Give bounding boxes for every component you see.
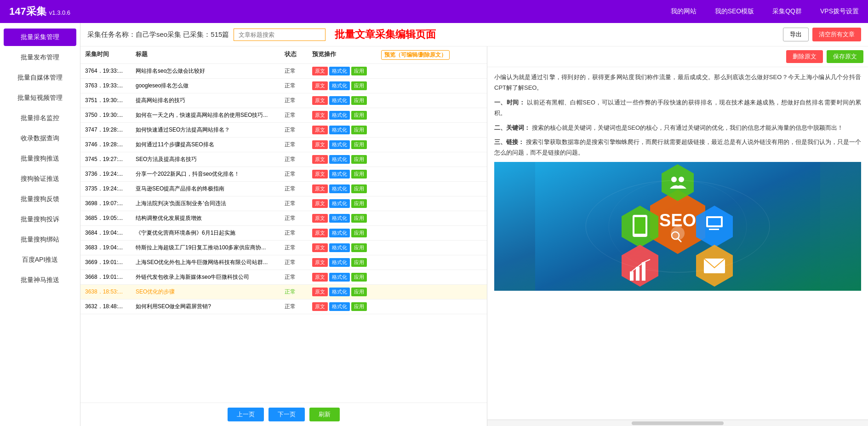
ying-button[interactable]: 应用 — [351, 288, 367, 296]
row-status: 正常 — [285, 244, 312, 252]
nav-vps-setting[interactable]: VPS拨号设置 — [820, 7, 859, 16]
ge-button[interactable]: 格式化 — [329, 302, 350, 311]
ge-button[interactable]: 格式化 — [329, 96, 350, 105]
ying-button[interactable]: 应用 — [351, 81, 367, 90]
row-status: 正常 — [285, 82, 312, 90]
ge-button[interactable]: 格式化 — [329, 111, 350, 120]
ying-button[interactable]: 应用 — [351, 96, 367, 105]
ying-button[interactable]: 应用 — [351, 229, 367, 237]
sidebar-item-publish-manage[interactable]: 批量发布管理 — [4, 49, 76, 66]
yuan-button[interactable]: 原文 — [312, 184, 328, 193]
right-panel-text-content: 小编认为就是通过引擎，得到好的，获得更多网站度我们称作流量，最后成成交。那么到底… — [487, 67, 868, 420]
prev-page-button[interactable]: 上一页 — [228, 408, 264, 421]
ge-button[interactable]: 格式化 — [329, 229, 350, 237]
sidebar-item-sogou-verify[interactable]: 搜狗验证推送 — [4, 170, 76, 188]
preview-edit-badge[interactable]: 预览（可编辑/删除原文） — [381, 50, 450, 60]
ge-button[interactable]: 格式化 — [329, 126, 350, 134]
yuan-button[interactable]: 原文 — [312, 273, 328, 282]
ying-button[interactable]: 应用 — [351, 199, 367, 208]
row-status: 正常 — [285, 288, 312, 296]
ying-button[interactable]: 应用 — [351, 140, 367, 149]
ying-button[interactable]: 应用 — [351, 155, 367, 164]
ge-button[interactable]: 格式化 — [329, 170, 350, 178]
table-row: 3763．19:33:... googleseo排名怎么做 正常 原文 格式化 … — [80, 79, 487, 93]
ying-button[interactable]: 应用 — [351, 214, 367, 223]
yuan-button[interactable]: 原文 — [312, 214, 328, 223]
sidebar-item-sogou-feedback[interactable]: 批量搜狗反馈 — [4, 190, 76, 208]
save-original-button[interactable]: 保存原文 — [827, 50, 863, 63]
row-time: 3763．19:33:... — [85, 82, 136, 90]
content-section1: 一、时间： 以前还有黑帽、白帽SEO，可以通过一些作弊的手段快速的获得排名，现在… — [494, 97, 861, 119]
sidebar-item-media-manage[interactable]: 批量自媒体管理 — [4, 69, 76, 86]
row-actions: 原文 格式化 应用 — [312, 140, 381, 149]
ying-button[interactable]: 应用 — [351, 273, 367, 282]
ying-button[interactable]: 应用 — [351, 67, 367, 75]
sidebar-item-collect-manage[interactable]: 批量采集管理 — [4, 29, 76, 46]
sidebar-item-sogou-bind[interactable]: 批量搜狗绑站 — [4, 231, 76, 248]
row-title: 上海法院判决'负面压制业务'合同违法 — [136, 200, 285, 207]
sidebar: 批量采集管理 批量发布管理 批量自媒体管理 批量短视频管理 批量排名监控 收录数… — [0, 23, 80, 426]
export-button[interactable]: 导出 — [783, 28, 809, 41]
row-title: 外链代发包收录上海新媒体seo牛巨微科技公司 — [136, 273, 285, 281]
yuan-button[interactable]: 原文 — [312, 67, 328, 75]
seo-image: SEO — [494, 162, 861, 291]
ge-button[interactable]: 格式化 — [329, 184, 350, 193]
row-time: 3668．19:01:... — [85, 273, 136, 281]
row-status: 正常 — [285, 97, 312, 104]
yuan-button[interactable]: 原文 — [312, 170, 328, 178]
delete-original-button[interactable]: 删除原文 — [786, 50, 823, 63]
yuan-button[interactable]: 原文 — [312, 111, 328, 120]
yuan-button[interactable]: 原文 — [312, 302, 328, 311]
ge-button[interactable]: 格式化 — [329, 288, 350, 296]
yuan-button[interactable]: 原文 — [312, 126, 328, 134]
nav-my-seo[interactable]: 我的SEO模版 — [715, 7, 754, 16]
yuan-button[interactable]: 原文 — [312, 229, 328, 237]
ge-button[interactable]: 格式化 — [329, 243, 350, 252]
yuan-button[interactable]: 原文 — [312, 140, 328, 149]
yuan-button[interactable]: 原文 — [312, 243, 328, 252]
row-status: 正常 — [285, 170, 312, 178]
svg-rect-21 — [636, 267, 640, 281]
ying-button[interactable]: 应用 — [351, 184, 367, 193]
sidebar-item-baidu-api[interactable]: 百度API推送 — [4, 251, 76, 269]
yuan-button[interactable]: 原文 — [312, 258, 328, 267]
sidebar-item-rank-monitor[interactable]: 批量排名监控 — [4, 109, 76, 127]
ge-button[interactable]: 格式化 — [329, 155, 350, 164]
sidebar-item-sogou-push[interactable]: 批量搜狗推送 — [4, 150, 76, 167]
ying-button[interactable]: 应用 — [351, 126, 367, 134]
yuan-button[interactable]: 原文 — [312, 96, 328, 105]
table-row: 3638．18:53:... SEO优化的步骤 正常 原文 格式化 应用 — [80, 285, 487, 299]
ying-button[interactable]: 应用 — [351, 243, 367, 252]
refresh-button[interactable]: 刷新 — [309, 408, 340, 421]
row-time: 3669．19:01:... — [85, 259, 136, 266]
row-actions: 原文 格式化 应用 — [312, 214, 381, 223]
search-input[interactable] — [234, 29, 326, 41]
clear-all-button[interactable]: 清空所有文章 — [812, 28, 861, 41]
yuan-button[interactable]: 原文 — [312, 288, 328, 296]
ge-button[interactable]: 格式化 — [329, 140, 350, 149]
ge-button[interactable]: 格式化 — [329, 67, 350, 75]
sidebar-item-video-manage[interactable]: 批量短视频管理 — [4, 89, 76, 107]
sidebar-item-shenma-push[interactable]: 批量神马推送 — [4, 271, 76, 289]
col-header-preview-edit: 预览（可编辑/删除原文） — [381, 50, 482, 60]
ying-button[interactable]: 应用 — [351, 302, 367, 311]
yuan-button[interactable]: 原文 — [312, 155, 328, 164]
yuan-button[interactable]: 原文 — [312, 199, 328, 208]
sidebar-item-data-query[interactable]: 收录数据查询 — [4, 130, 76, 147]
right-panel-horizontal-scroll[interactable] — [487, 420, 868, 426]
nav-qq-group[interactable]: 采集QQ群 — [772, 7, 802, 16]
ge-button[interactable]: 格式化 — [329, 214, 350, 223]
sidebar-item-sogou-complaint[interactable]: 批量搜狗投诉 — [4, 211, 76, 228]
ge-button[interactable]: 格式化 — [329, 258, 350, 267]
ying-button[interactable]: 应用 — [351, 111, 367, 120]
nav-my-site[interactable]: 我的网站 — [671, 7, 697, 16]
row-time: 3750．19:30:... — [85, 111, 136, 119]
row-title: 如何快速通过SEO方法提高网站排名？ — [136, 126, 285, 134]
ying-button[interactable]: 应用 — [351, 170, 367, 178]
yuan-button[interactable]: 原文 — [312, 81, 328, 90]
ge-button[interactable]: 格式化 — [329, 273, 350, 282]
next-page-button[interactable]: 下一页 — [268, 408, 305, 421]
ge-button[interactable]: 格式化 — [329, 199, 350, 208]
ge-button[interactable]: 格式化 — [329, 81, 350, 90]
ying-button[interactable]: 应用 — [351, 258, 367, 267]
